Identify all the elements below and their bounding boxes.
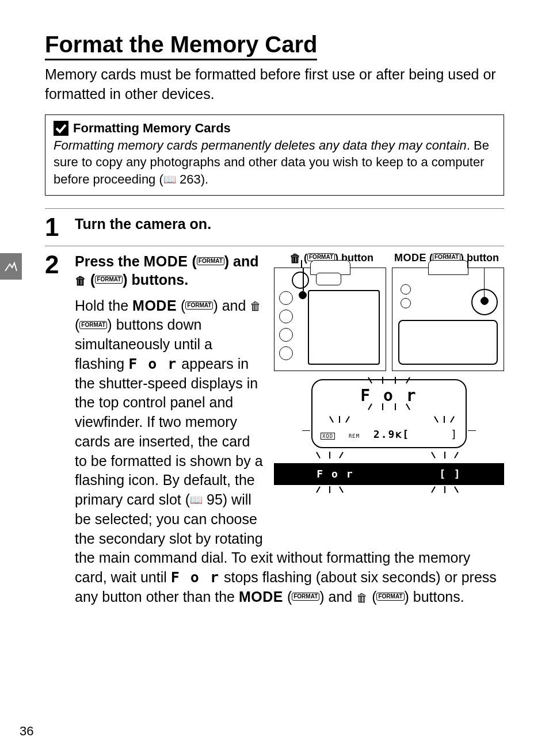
camera-top-diagram: ⦿ bbox=[392, 268, 504, 371]
step-1-title: Turn the camera on. bbox=[75, 215, 504, 234]
warning-title: Formatting Memory Cards bbox=[73, 121, 231, 136]
step-2: 2 Press the MODE (FORMAT) and 🗑 (FORMAT)… bbox=[45, 246, 504, 613]
step-1: 1 Turn the camera on. bbox=[45, 208, 504, 246]
camera-back-diagram bbox=[274, 268, 386, 371]
step-2-body-wide: the main command dial. To exit without f… bbox=[75, 548, 504, 606]
trash-icon: 🗑 bbox=[75, 273, 86, 288]
trash-icon: 🗑 bbox=[250, 299, 261, 314]
step-2-body-narrow: Hold the MODE (FORMAT) and 🗑 (FORMAT) bu… bbox=[75, 296, 266, 549]
warning-box: Formatting Memory Cards Formatting memor… bbox=[45, 114, 504, 196]
page-ref-icon: 📖 bbox=[163, 173, 176, 186]
trash-icon: 🗑 bbox=[356, 590, 368, 606]
page-ref-icon: 📖 bbox=[190, 493, 203, 507]
step-number: 1 bbox=[45, 215, 64, 240]
top-lcd-diagram: F o r XQD REM bbox=[274, 379, 504, 486]
step-2-title: Press the MODE (FORMAT) and 🗑 (FORMAT) b… bbox=[75, 252, 266, 289]
warning-icon bbox=[54, 121, 68, 136]
section-tab bbox=[0, 253, 22, 280]
page-number: 36 bbox=[20, 724, 33, 739]
figure-labels: 🗑 (FORMAT) button MODE (FORMAT) button bbox=[274, 252, 504, 265]
step-number: 2 bbox=[45, 252, 64, 607]
viewfinder-bar: F o r [ ] bbox=[274, 463, 504, 485]
warning-body: Formatting memory cards permanently dele… bbox=[54, 137, 495, 188]
intro-text: Memory cards must be formatted before fi… bbox=[45, 65, 504, 104]
page-title: Format the Memory Card bbox=[45, 32, 504, 65]
